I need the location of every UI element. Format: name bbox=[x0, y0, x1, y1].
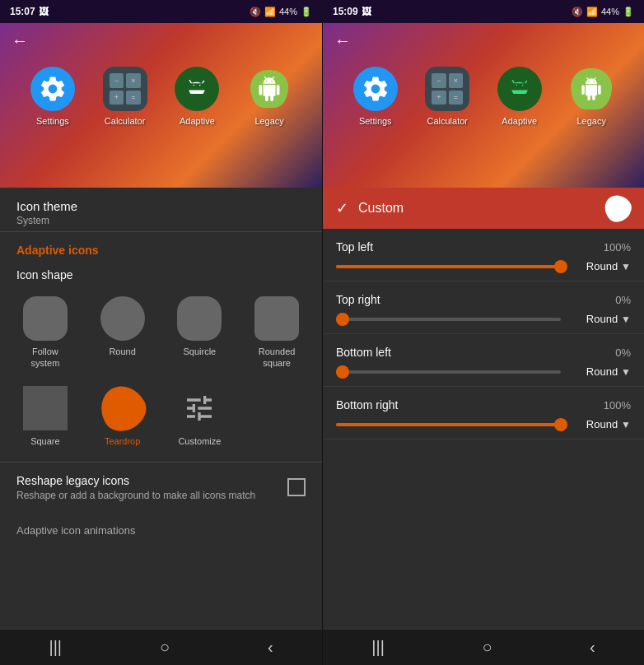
right-app-legacy: Legacy bbox=[569, 67, 614, 126]
left-settings-content: Icon theme System Adaptive icons Icon sh… bbox=[0, 188, 322, 629]
right-nav-bar: ||| ○ ‹ bbox=[323, 629, 644, 665]
right-settings-icon bbox=[353, 67, 398, 111]
slider-top-left-dropdown[interactable]: Round ▼ bbox=[569, 260, 631, 272]
rounded-square-icon bbox=[254, 296, 299, 341]
teardrop-shape-icon bbox=[92, 378, 153, 439]
right-panel: 15:09 🖼 🔇 📶 44% 🔋 ← Settings − bbox=[322, 0, 644, 665]
dropdown-arrow-2: ▼ bbox=[621, 314, 631, 325]
square-label: Square bbox=[30, 435, 59, 447]
right-nav-recents[interactable]: ||| bbox=[355, 631, 401, 663]
adaptive-icon bbox=[175, 67, 219, 111]
right-wallpaper: ← Settings − × + = Calculator bbox=[323, 23, 644, 188]
right-nav-home[interactable]: ○ bbox=[465, 631, 508, 663]
slider-top-left: Top left 100% Round ▼ bbox=[323, 229, 644, 281]
shape-square[interactable]: Square bbox=[8, 379, 82, 453]
shape-squircle[interactable]: Squircle bbox=[163, 290, 237, 376]
slider-bottom-left: Bottom left 0% Round ▼ bbox=[323, 334, 644, 387]
custom-title: Custom bbox=[358, 201, 595, 216]
slider-top-right-dropdown[interactable]: Round ▼ bbox=[569, 313, 631, 325]
android-icon bbox=[182, 74, 212, 104]
legacy-label: Legacy bbox=[254, 116, 283, 126]
left-wallpaper: ← Settings − × + = Calculator bbox=[0, 23, 322, 188]
slider-top-right-track[interactable] bbox=[336, 318, 561, 321]
left-nav-back[interactable]: ‹ bbox=[251, 631, 290, 663]
square-icon bbox=[23, 386, 68, 430]
slider-bottom-right-top: Bottom right 100% bbox=[336, 398, 631, 412]
right-app-settings: Settings bbox=[353, 67, 398, 126]
slider-top-right: Top right 0% Round ▼ bbox=[323, 281, 644, 334]
slider-bottom-right-value: 100% bbox=[604, 399, 631, 412]
follow-icon bbox=[23, 296, 68, 341]
adaptive-label: Adaptive bbox=[180, 116, 215, 126]
right-gear-icon bbox=[361, 74, 390, 104]
squircle-icon bbox=[177, 296, 222, 341]
slider-bottom-right-track[interactable] bbox=[336, 423, 561, 426]
slider-top-left-top: Top left 100% bbox=[336, 240, 631, 253]
icon-theme-value: System bbox=[16, 215, 306, 226]
left-app-adaptive: Adaptive bbox=[175, 67, 219, 126]
left-nav-recents[interactable]: ||| bbox=[32, 631, 78, 663]
sliders-area: Top left 100% Round ▼ Top right bbox=[323, 229, 644, 629]
left-nav-home[interactable]: ○ bbox=[143, 631, 186, 663]
dropdown-arrow-4: ▼ bbox=[621, 419, 631, 430]
right-adaptive-icon bbox=[497, 67, 542, 111]
shape-grid: Followsystem Round Squircle Roundedsquar… bbox=[0, 290, 322, 462]
left-nav-bar: ||| ○ ‹ bbox=[0, 629, 322, 665]
right-nav-back[interactable]: ‹ bbox=[573, 631, 612, 663]
slider-bottom-left-dropdown[interactable]: Round ▼ bbox=[569, 365, 631, 378]
reshape-checkbox[interactable] bbox=[287, 478, 306, 496]
follow-label: Followsystem bbox=[30, 346, 59, 370]
icon-shape-title: Icon shape bbox=[0, 262, 322, 290]
slider-bottom-right: Bottom right 100% Round ▼ bbox=[323, 387, 644, 439]
slider-bottom-left-value: 0% bbox=[615, 346, 631, 359]
reshape-sub: Reshape or add a background to make all … bbox=[16, 490, 278, 501]
shape-follow[interactable]: Followsystem bbox=[8, 290, 82, 376]
squircle-label: Squircle bbox=[184, 346, 217, 357]
right-legacy-label: Legacy bbox=[577, 116, 606, 126]
slider-top-left-track[interactable] bbox=[336, 265, 561, 268]
slider-bottom-left-label: Bottom left bbox=[336, 346, 391, 359]
left-app-calculator: − × + = Calculator bbox=[103, 67, 147, 126]
reshape-row: Reshape legacy icons Reshape or add a ba… bbox=[0, 463, 322, 513]
dropdown-arrow-1: ▼ bbox=[621, 261, 631, 272]
right-settings-label: Settings bbox=[359, 116, 392, 126]
left-time: 15:07 🖼 bbox=[10, 6, 49, 17]
adaptive-anim: Adaptive icon animations bbox=[0, 513, 322, 545]
slider-bottom-right-dropdown[interactable]: Round ▼ bbox=[569, 418, 631, 430]
rounded-square-label: Roundedsquare bbox=[259, 346, 296, 370]
slider-top-right-label: Top right bbox=[336, 293, 380, 306]
icon-theme-section: Icon theme System bbox=[0, 188, 322, 231]
slider-bottom-left-track[interactable] bbox=[336, 370, 561, 374]
custom-teardrop-icon bbox=[599, 189, 636, 226]
shape-rounded-square[interactable]: Roundedsquare bbox=[240, 290, 314, 376]
shape-customize[interactable]: Customize bbox=[163, 379, 237, 453]
slider-top-left-label: Top left bbox=[336, 240, 373, 253]
right-android-legacy-icon bbox=[580, 77, 603, 100]
slider-bottom-left-bottom: Round ▼ bbox=[336, 365, 631, 378]
custom-header: ✓ Custom bbox=[323, 188, 644, 229]
check-icon: ✓ bbox=[336, 199, 348, 217]
icon-theme-title: Icon theme bbox=[16, 199, 306, 213]
slider-top-right-value: 0% bbox=[615, 294, 631, 306]
reshape-text: Reshape legacy icons Reshape or add a ba… bbox=[16, 474, 278, 501]
right-calculator-label: Calculator bbox=[427, 116, 468, 126]
round-label: Round bbox=[109, 346, 135, 357]
right-calculator-icon: − × + = bbox=[425, 67, 469, 111]
left-app-settings: Settings bbox=[30, 67, 75, 126]
settings-icon bbox=[30, 67, 75, 111]
right-app-calculator: − × + = Calculator bbox=[425, 67, 469, 126]
slider-top-right-bottom: Round ▼ bbox=[336, 313, 631, 325]
shape-round[interactable]: Round bbox=[86, 290, 160, 376]
customize-label: Customize bbox=[178, 435, 221, 447]
calculator-icon: − × + = bbox=[103, 67, 147, 111]
right-app-adaptive: Adaptive bbox=[497, 67, 542, 126]
dropdown-arrow-3: ▼ bbox=[621, 366, 631, 378]
left-app-legacy: Legacy bbox=[247, 67, 292, 126]
right-status-bar: 15:09 🖼 🔇 📶 44% 🔋 bbox=[323, 0, 644, 23]
right-time: 15:09 🖼 bbox=[333, 6, 371, 17]
teardrop-label: Teardrop bbox=[105, 435, 140, 447]
right-back-button[interactable]: ← bbox=[323, 23, 644, 58]
shape-teardrop[interactable]: Teardrop bbox=[86, 379, 160, 453]
left-back-button[interactable]: ← bbox=[0, 23, 322, 58]
right-icon-row: Settings − × + = Calculator Adaptive bbox=[323, 58, 644, 126]
